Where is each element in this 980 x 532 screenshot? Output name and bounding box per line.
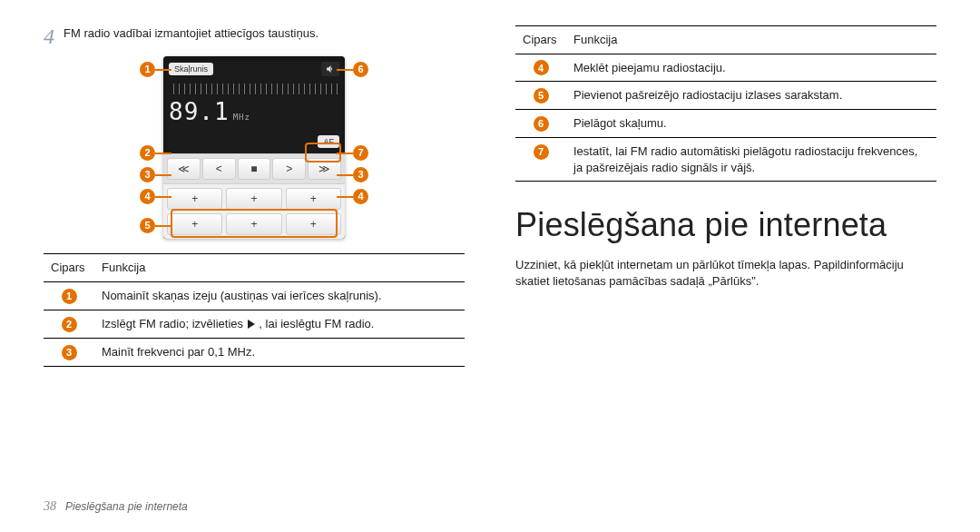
frequency-value: 89.1 <box>169 96 230 128</box>
frequency-unit: MHz <box>233 112 250 123</box>
tune-forward-button: > <box>272 158 306 180</box>
preset-slot: + <box>226 213 281 235</box>
page-number: 38 <box>44 498 56 516</box>
step-text: FM radio vadībai izmantojiet attiecīgos … <box>64 25 318 42</box>
frequency-ruler <box>169 84 339 94</box>
preset-slot: + <box>167 188 222 210</box>
callout-3-left: 3 <box>140 167 155 182</box>
section-heading: Pieslēgšana pie interneta <box>515 203 936 248</box>
seek-back-fast-button: ≪ <box>167 158 201 180</box>
col-h-funkcija: Funkcija <box>566 26 936 54</box>
callout-1-left: 1 <box>140 62 155 77</box>
fm-radio-mockup-wrap: Skaļrunis 89.1 MHz AF <box>136 56 372 239</box>
row2-before: Izslēgt FM radio; izvēlieties <box>102 317 247 330</box>
table-row: 3 Mainīt frekvenci par 0,1 MHz. <box>44 339 465 367</box>
callout-6-right: 6 <box>353 62 368 77</box>
stop-button: ■ <box>238 158 271 180</box>
row2-after: , lai ieslēgtu FM radio. <box>259 317 374 330</box>
volume-icon <box>321 62 339 76</box>
section-intro: Uzziniet, kā piekļūt internetam un pārlū… <box>515 257 936 289</box>
callout-7-right: 7 <box>353 145 368 161</box>
left-column: 4 FM radio vadībai izmantojiet attiecīgo… <box>44 25 465 486</box>
row-text-1: Nomainīt skaņas izeju (austiņas vai ierī… <box>94 281 465 310</box>
row-badge-7: 7 <box>534 144 549 160</box>
callout-2-left: 2 <box>140 145 155 161</box>
table-header-row: Cipars Funkcija <box>44 254 465 282</box>
page-footer: 38 Pieslēgšana pie interneta <box>44 486 936 516</box>
preset-grid: + + + + + + <box>163 184 345 239</box>
row-badge-6: 6 <box>534 116 549 132</box>
table-row: 2 Izslēgt FM radio; izvēlieties , lai ie… <box>44 310 465 339</box>
row-badge-5: 5 <box>534 88 549 103</box>
callout-4-right: 4 <box>353 189 368 204</box>
step-4-row: 4 FM radio vadībai izmantojiet attiecīgo… <box>44 25 465 47</box>
col-h-cipars: Cipars <box>515 26 566 54</box>
table-header-row: Cipars Funkcija <box>515 26 936 54</box>
callout-5-left: 5 <box>140 218 155 233</box>
preset-slot: + <box>286 188 341 210</box>
col-h-funkcija: Funkcija <box>94 254 465 282</box>
control-strip: ≪ < ■ > ≫ <box>163 153 345 184</box>
tune-back-button: < <box>202 158 236 180</box>
row-text-4: Meklēt pieejamu radiostaciju. <box>566 54 936 82</box>
row-text-3: Mainīt frekvenci par 0,1 MHz. <box>94 339 465 367</box>
preset-slot: + <box>286 213 341 235</box>
row-badge-1: 1 <box>62 289 77 304</box>
row-badge-4: 4 <box>534 60 549 75</box>
callout-3-right: 3 <box>353 167 368 182</box>
table-row: 7 Iestatīt, lai FM radio automātiski pie… <box>515 138 936 182</box>
speaker-pill: Skaļrunis <box>169 63 213 75</box>
preset-slot: + <box>167 213 222 235</box>
fm-radio-mockup: Skaļrunis 89.1 MHz AF <box>163 56 345 239</box>
two-column-layout: 4 FM radio vadībai izmantojiet attiecīgo… <box>44 25 936 486</box>
row-badge-2: 2 <box>62 317 77 332</box>
table-row: 4 Meklēt pieejamu radiostaciju. <box>515 54 936 82</box>
radio-top-bar: Skaļrunis <box>163 56 345 80</box>
left-callout-table: Cipars Funkcija 1 Nomainīt skaņas izeju … <box>44 253 465 367</box>
play-icon <box>247 317 256 333</box>
table-row: 1 Nomainīt skaņas izeju (austiņas vai ie… <box>44 281 465 310</box>
af-pill: AF <box>318 135 339 148</box>
control-row: ≪ < ■ > ≫ <box>167 158 341 180</box>
table-row: 6 Pielāgot skaļumu. <box>515 110 936 138</box>
af-row: AF <box>163 135 345 153</box>
right-callout-table: Cipars Funkcija 4 Meklēt pieejamu radios… <box>515 25 936 182</box>
table-row: 5 Pievienot pašreizējo radiostaciju izla… <box>515 82 936 110</box>
col-h-cipars: Cipars <box>44 254 94 282</box>
seek-forward-fast-button: ≫ <box>308 158 341 180</box>
row-text-2: Izslēgt FM radio; izvēlieties , lai iesl… <box>94 310 465 339</box>
row-badge-3: 3 <box>62 345 77 360</box>
row-text-6: Pielāgot skaļumu. <box>566 110 936 138</box>
frequency-display: 89.1 MHz <box>169 96 339 128</box>
page: 4 FM radio vadībai izmantojiet attiecīgo… <box>0 0 980 532</box>
callout-4-left: 4 <box>140 189 155 204</box>
radio-dial: 89.1 MHz <box>163 84 345 135</box>
row-text-5: Pievienot pašreizējo radiostaciju izlase… <box>566 82 936 110</box>
footer-title: Pieslēgšana pie interneta <box>65 499 188 514</box>
row-text-7: Iestatīt, lai FM radio automātiski pielā… <box>566 138 936 182</box>
step-number: 4 <box>44 25 54 47</box>
preset-slot: + <box>226 188 281 210</box>
right-column: Cipars Funkcija 4 Meklēt pieejamu radios… <box>515 25 936 486</box>
